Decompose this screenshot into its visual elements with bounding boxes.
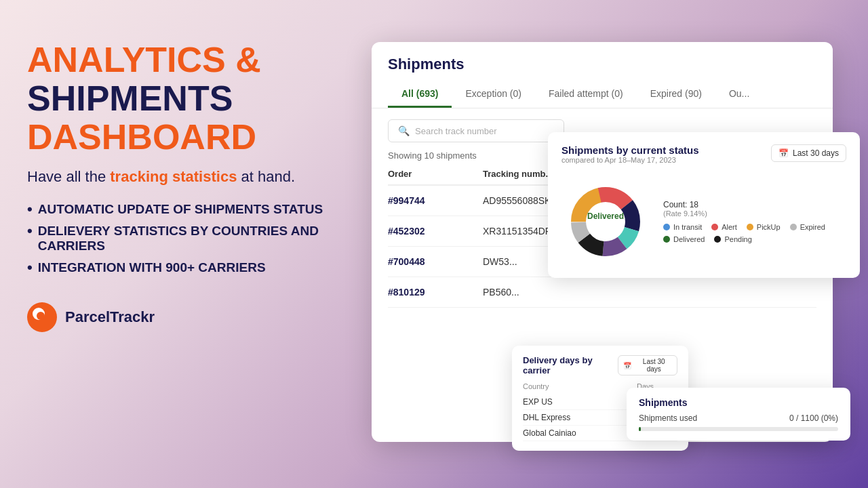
subtitle-highlight: tracking statistics xyxy=(110,168,237,185)
status-date-button[interactable]: 📅 Last 30 days xyxy=(771,144,846,162)
status-card-title: Shipments by current status xyxy=(561,144,699,156)
shipments-used-card-title: Shipments xyxy=(639,397,838,408)
legend-dot-transit xyxy=(663,224,670,230)
legend-pending: Pending xyxy=(714,235,751,243)
legend-dot-delivered xyxy=(663,236,670,243)
search-input: Search track number xyxy=(415,126,497,136)
legend-expired: Expired xyxy=(790,223,825,231)
donut-legend-area: Count: 18 (Rate 9.14%) In transit Alert … xyxy=(663,200,846,243)
calendar-icon-2: 📅 xyxy=(623,362,631,369)
delivery-card-title: Delivery days by carrier xyxy=(523,355,618,375)
brand: ParcelTrackr xyxy=(27,302,326,332)
brand-logo-icon xyxy=(27,302,57,332)
delivery-country-3: Global Cainiao xyxy=(523,428,637,438)
status-date-label: Last 30 days xyxy=(793,148,839,158)
tab-failed-attempt[interactable]: Failed attempt (0) xyxy=(535,81,637,108)
tab-expired[interactable]: Expired (90) xyxy=(637,81,715,108)
dashboard-header: Shipments All (693) Exception (0) Failed… xyxy=(372,42,833,108)
bullet-2: DELIEVERY STATISTICS BY COUNTRIES AND CA… xyxy=(27,224,326,253)
legend-pickup: PickUp xyxy=(747,223,781,231)
left-panel: ANALYTICS & SHIPMENTS DASHBOARD Have all… xyxy=(27,41,326,332)
shipments-used-row: Shipments used 0 / 1100 (0%) xyxy=(639,413,838,423)
delivery-card-header: Delivery days by carrier 📅 Last 30 days xyxy=(523,355,677,375)
legend-label-transit: In transit xyxy=(673,223,702,231)
count-label: Count: 18 xyxy=(663,200,846,209)
legend-alert: Alert xyxy=(711,223,737,231)
delivery-country-2: DHL Express xyxy=(523,413,637,422)
legend-dot-expired xyxy=(790,224,797,230)
headline-analytics: ANALYTICS & xyxy=(27,40,261,79)
calendar-icon: 📅 xyxy=(778,148,789,158)
shipments-used-label: Shipments used xyxy=(639,413,697,423)
table-row: #810129 PB560... xyxy=(388,277,816,308)
search-icon: 🔍 xyxy=(398,125,410,136)
headline-dashboard: DASHBOARD xyxy=(27,117,256,157)
dashboard-title: Shipments xyxy=(388,56,816,73)
col-order: Order xyxy=(388,169,483,179)
svg-text:Delivered: Delivered xyxy=(587,211,624,221)
tab-exception[interactable]: Exception (0) xyxy=(452,81,534,108)
donut-container: Delivered Count: 18 (Rate 9.14%) In tran… xyxy=(561,178,846,266)
count-rate: (Rate 9.14%) xyxy=(663,209,846,218)
brand-name: ParcelTrackr xyxy=(65,308,155,326)
tab-all[interactable]: All (693) xyxy=(388,81,452,108)
bullet-1: AUTOMATIC UPDATE OF SHIPMENTS STATUS xyxy=(27,202,326,217)
order-1: #994744 xyxy=(388,195,483,206)
legend-in-transit: In transit xyxy=(663,223,702,231)
bullet-list: AUTOMATIC UPDATE OF SHIPMENTS STATUS DEL… xyxy=(27,202,326,275)
shipments-used-value: 0 / 1100 (0%) xyxy=(789,413,838,423)
legend-label-delivered: Delivered xyxy=(673,235,705,243)
order-3: #700448 xyxy=(388,256,483,267)
delivery-date-label: Last 30 days xyxy=(635,358,672,373)
order-2: #452302 xyxy=(388,226,483,237)
delivery-col-country: Country xyxy=(523,382,637,390)
shipments-used-card: Shipments Shipments used 0 / 1100 (0%) xyxy=(627,388,850,441)
delivery-date-button[interactable]: 📅 Last 30 days xyxy=(618,355,677,375)
legend-dot-pickup xyxy=(747,224,753,230)
donut-chart: Delivered xyxy=(561,178,650,266)
status-card-subtitle: compared to Apr 18–May 17, 2023 xyxy=(561,156,699,164)
progress-bar-fill xyxy=(639,427,641,431)
legend-dot-alert xyxy=(711,224,718,230)
legend-delivered: Delivered xyxy=(663,235,705,243)
tab-other[interactable]: Ou... xyxy=(715,81,763,108)
order-4: #810129 xyxy=(388,287,483,298)
tracking-4: PB560... xyxy=(483,287,618,298)
headline: ANALYTICS & SHIPMENTS DASHBOARD xyxy=(27,41,326,157)
bullet-3: INTEGRATION WITH 900+ CARRIERS xyxy=(27,260,326,275)
legend-label-expired: Expired xyxy=(800,223,825,231)
legend: In transit Alert PickUp Expired Delivere… xyxy=(663,223,846,243)
brand-logo-inner xyxy=(37,312,45,320)
status-card: Shipments by current status compared to … xyxy=(548,132,860,278)
search-bar[interactable]: 🔍 Search track number xyxy=(388,119,564,142)
subtitle: Have all the tracking statistics at hand… xyxy=(27,168,326,186)
legend-dot-pending xyxy=(714,236,721,243)
progress-bar-bg xyxy=(639,427,838,431)
legend-label-pickup: PickUp xyxy=(757,223,781,231)
legend-label-pending: Pending xyxy=(724,235,751,243)
legend-label-alert: Alert xyxy=(722,223,737,231)
headline-shipments: SHIPMENTS xyxy=(27,79,233,118)
status-card-header: Shipments by current status compared to … xyxy=(561,144,846,175)
tabs-container: All (693) Exception (0) Failed attempt (… xyxy=(388,81,816,108)
delivery-country-1: EXP US xyxy=(523,397,637,407)
